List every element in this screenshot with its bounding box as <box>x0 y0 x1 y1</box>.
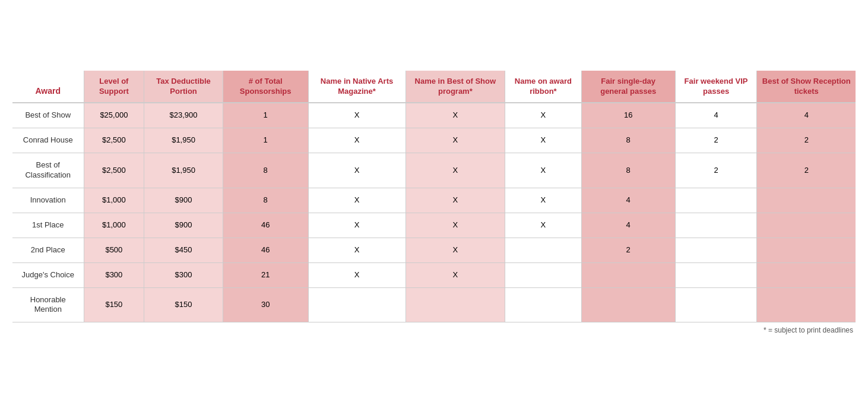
cell-tax-1: $1,950 <box>144 128 223 153</box>
cell-award-2: Best of Classification <box>12 153 84 188</box>
table-row: Best of Show$25,000$23,9001XXX1644 <box>12 103 856 128</box>
table-row: 1st Place$1,000$90046XXX4 <box>12 213 856 238</box>
cell-single_day-5: 2 <box>581 238 675 262</box>
table-row: Best of Classification$2,500$1,9508XXX82… <box>12 153 856 188</box>
cell-magazine-3: X <box>308 188 406 213</box>
cell-level-6: $300 <box>84 262 144 287</box>
table-row: Honorable Mention$150$15030 <box>12 287 856 322</box>
cell-single_day-1: 8 <box>581 128 675 153</box>
sponsorship-table: AwardLevel of SupportTax Deductible Port… <box>12 71 856 323</box>
col-header-tax: Tax Deductible Portion <box>144 71 223 103</box>
table-wrapper: AwardLevel of SupportTax Deductible Port… <box>12 71 856 335</box>
cell-reception-7 <box>757 287 856 322</box>
cell-level-3: $1,000 <box>84 188 144 213</box>
cell-tax-3: $900 <box>144 188 223 213</box>
cell-level-4: $1,000 <box>84 213 144 238</box>
cell-award-6: Judge's Choice <box>12 262 84 287</box>
col-header-sponsorships: # of Total Sponsorships <box>223 71 308 103</box>
cell-magazine-2: X <box>308 153 406 188</box>
cell-tax-0: $23,900 <box>144 103 223 128</box>
cell-sponsorships-1: 1 <box>223 128 308 153</box>
cell-bestshow_program-4: X <box>406 213 505 238</box>
cell-magazine-7 <box>308 287 406 322</box>
cell-vip-1: 2 <box>675 128 757 153</box>
cell-sponsorships-3: 8 <box>223 188 308 213</box>
cell-award-4: 1st Place <box>12 213 84 238</box>
cell-tax-5: $450 <box>144 238 223 262</box>
cell-tax-7: $150 <box>144 287 223 322</box>
cell-award-1: Conrad House <box>12 128 84 153</box>
col-header-ribbon: Name on award ribbon* <box>505 71 582 103</box>
cell-reception-1: 2 <box>757 128 856 153</box>
cell-magazine-5: X <box>308 238 406 262</box>
cell-bestshow_program-3: X <box>406 188 505 213</box>
table-row: Judge's Choice$300$30021XX <box>12 262 856 287</box>
cell-sponsorships-2: 8 <box>223 153 308 188</box>
cell-ribbon-2: X <box>505 153 582 188</box>
cell-ribbon-4: X <box>505 213 582 238</box>
cell-vip-2: 2 <box>675 153 757 188</box>
cell-ribbon-6 <box>505 262 582 287</box>
cell-level-1: $2,500 <box>84 128 144 153</box>
table-row: 2nd Place$500$45046XX2 <box>12 238 856 262</box>
cell-single_day-2: 8 <box>581 153 675 188</box>
cell-award-3: Innovation <box>12 188 84 213</box>
cell-magazine-6: X <box>308 262 406 287</box>
cell-vip-7 <box>675 287 757 322</box>
col-header-vip: Fair weekend VIP passes <box>675 71 757 103</box>
cell-bestshow_program-2: X <box>406 153 505 188</box>
col-header-award: Award <box>12 71 84 103</box>
cell-single_day-0: 16 <box>581 103 675 128</box>
cell-ribbon-3: X <box>505 188 582 213</box>
cell-bestshow_program-6: X <box>406 262 505 287</box>
cell-reception-3 <box>757 188 856 213</box>
cell-ribbon-1: X <box>505 128 582 153</box>
cell-bestshow_program-1: X <box>406 128 505 153</box>
cell-ribbon-7 <box>505 287 582 322</box>
cell-tax-4: $900 <box>144 213 223 238</box>
cell-vip-0: 4 <box>675 103 757 128</box>
cell-level-7: $150 <box>84 287 144 322</box>
col-header-reception: Best of Show Reception tickets <box>757 71 856 103</box>
cell-sponsorships-0: 1 <box>223 103 308 128</box>
cell-magazine-0: X <box>308 103 406 128</box>
cell-sponsorships-6: 21 <box>223 262 308 287</box>
cell-sponsorships-5: 46 <box>223 238 308 262</box>
footnote: * = subject to print deadlines <box>12 326 856 334</box>
cell-single_day-6 <box>581 262 675 287</box>
cell-single_day-3: 4 <box>581 188 675 213</box>
table-row: Innovation$1,000$9008XXX4 <box>12 188 856 213</box>
cell-vip-3 <box>675 188 757 213</box>
cell-award-7: Honorable Mention <box>12 287 84 322</box>
cell-sponsorships-4: 46 <box>223 213 308 238</box>
cell-level-2: $2,500 <box>84 153 144 188</box>
cell-reception-6 <box>757 262 856 287</box>
cell-bestshow_program-7 <box>406 287 505 322</box>
cell-reception-5 <box>757 238 856 262</box>
cell-vip-4 <box>675 213 757 238</box>
cell-magazine-1: X <box>308 128 406 153</box>
cell-magazine-4: X <box>308 213 406 238</box>
cell-level-5: $500 <box>84 238 144 262</box>
cell-single_day-4: 4 <box>581 213 675 238</box>
col-header-single_day: Fair single-day general passes <box>581 71 675 103</box>
cell-ribbon-0: X <box>505 103 582 128</box>
cell-level-0: $25,000 <box>84 103 144 128</box>
cell-reception-4 <box>757 213 856 238</box>
cell-vip-6 <box>675 262 757 287</box>
cell-award-5: 2nd Place <box>12 238 84 262</box>
cell-bestshow_program-5: X <box>406 238 505 262</box>
cell-single_day-7 <box>581 287 675 322</box>
cell-bestshow_program-0: X <box>406 103 505 128</box>
cell-tax-6: $300 <box>144 262 223 287</box>
col-header-level: Level of Support <box>84 71 144 103</box>
table-row: Conrad House$2,500$1,9501XXX822 <box>12 128 856 153</box>
cell-sponsorships-7: 30 <box>223 287 308 322</box>
col-header-magazine: Name in Native Arts Magazine* <box>308 71 406 103</box>
cell-reception-0: 4 <box>757 103 856 128</box>
cell-vip-5 <box>675 238 757 262</box>
cell-award-0: Best of Show <box>12 103 84 128</box>
cell-reception-2: 2 <box>757 153 856 188</box>
cell-ribbon-5 <box>505 238 582 262</box>
cell-tax-2: $1,950 <box>144 153 223 188</box>
